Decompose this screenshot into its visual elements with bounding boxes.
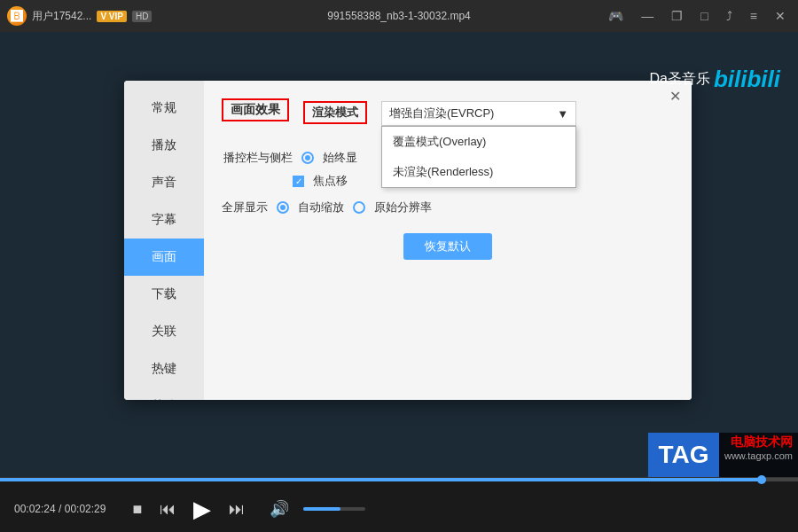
dropdown-selected-text: 增强自渲染(EVRCP) <box>389 106 494 121</box>
sidebar-item-声音[interactable]: 声音 <box>124 164 204 201</box>
focus-move-checkbox[interactable]: ✓ <box>293 176 304 187</box>
progress-bar[interactable] <box>0 478 798 481</box>
always-show-label: 始终显 <box>323 150 357 166</box>
restore-window-btn[interactable]: ❐ <box>666 7 688 25</box>
current-time: 00:02:24 <box>14 503 56 515</box>
original-res-label: 原始分辨率 <box>374 200 432 215</box>
original-res-radio[interactable] <box>353 201 365 214</box>
render-dropdown[interactable]: 增强自渲染(EVRCP) ▼ <box>381 101 576 126</box>
maximize-btn[interactable]: □ <box>695 7 713 25</box>
share-btn[interactable]: ⤴ <box>721 7 738 25</box>
time-separator: / <box>59 503 65 515</box>
always-show-radio[interactable] <box>301 152 314 164</box>
sidebar-item-下载[interactable]: 下载 <box>124 276 204 313</box>
sidebar-item-关联[interactable]: 关联 <box>124 313 204 350</box>
vip-badge: V VIP <box>97 11 127 22</box>
game-icon[interactable]: 🎮 <box>603 7 629 25</box>
volume-icon[interactable]: 🔊 <box>261 499 298 519</box>
fullscreen-row: 全屏显示 自动缩放 原始分辨率 <box>222 200 674 215</box>
title-center: 991558388_nb3-1-30032.mp4 <box>327 10 470 22</box>
volume-slider[interactable] <box>303 507 365 511</box>
title-bar: 🅱 用户17542... V VIP HD 991558388_nb3-1-30… <box>0 0 798 32</box>
settings-layout: 常规 播放 声音 字幕 画面 下载 关联 热键 其他 ✕ 画面效果 渲染模式 <box>124 81 692 400</box>
control-bar: 00:02:24 / 00:02:29 ■ ⏮ ▶ ⏭ 🔊 <box>0 477 798 532</box>
user-name: 用户17542... <box>32 9 91 24</box>
auto-scale-radio[interactable] <box>277 201 289 214</box>
close-window-btn[interactable]: ✕ <box>770 7 791 25</box>
watermark-bilibili: bilibili <box>714 66 780 93</box>
render-mode-label: 渲染模式 <box>303 101 367 124</box>
video-area: Da圣音乐 bilibili 常规 播放 声音 字幕 画面 下载 关联 热键 其… <box>0 32 798 477</box>
section-title: 画面效果 <box>222 98 289 121</box>
dropdown-arrow: ▼ <box>557 107 568 121</box>
hd-badge: HD <box>132 11 152 22</box>
volume-fill <box>303 507 340 511</box>
stop-btn[interactable]: ■ <box>123 500 151 519</box>
tag-site-name: 电脑技术网 <box>724 434 793 450</box>
prev-btn[interactable]: ⏮ <box>151 500 184 519</box>
settings-dialog: 常规 播放 声音 字幕 画面 下载 关联 热键 其他 ✕ 画面效果 渲染模式 <box>124 81 692 400</box>
title-bar-left: 🅱 用户17542... V VIP HD <box>7 6 152 26</box>
progress-dot <box>757 475 766 484</box>
tag-site-url: www.tagxp.com <box>724 450 793 461</box>
total-time: 00:02:29 <box>65 503 106 515</box>
fullscreen-label: 全屏显示 <box>222 200 268 215</box>
app-icon: 🅱 <box>7 6 27 26</box>
sidebar-item-其他[interactable]: 其他 <box>124 387 204 400</box>
controls-sidebar-label: 播控栏与侧栏 <box>222 150 293 166</box>
dropdown-item-1[interactable]: 未渲染(Renderless) <box>382 157 575 187</box>
time-display: 00:02:24 / 00:02:29 <box>14 503 106 515</box>
render-mode-row: 渲染模式 增强自渲染(EVRCP) ▼ 覆盖模式(Overlay) 未渲染(Re… <box>303 101 576 126</box>
tag-site-info: 电脑技术网 www.tagxp.com <box>719 433 798 477</box>
playback-controls: 00:02:24 / 00:02:29 ■ ⏮ ▶ ⏭ 🔊 <box>0 486 798 532</box>
sidebar-item-画面[interactable]: 画面 <box>124 239 204 276</box>
settings-content: ✕ 画面效果 渲染模式 增强自渲染(EVRCP) ▼ <box>204 81 692 400</box>
dropdown-list: 覆盖模式(Overlay) 未渲染(Renderless) <box>381 126 576 188</box>
volume-section: 🔊 <box>261 499 365 519</box>
dropdown-item-0[interactable]: 覆盖模式(Overlay) <box>382 127 575 157</box>
title-bar-right: 🎮 — ❐ □ ⤴ ≡ ✕ <box>603 7 791 25</box>
sidebar-item-播放[interactable]: 播放 <box>124 127 204 164</box>
focus-move-label: 焦点移 <box>313 173 348 189</box>
next-btn[interactable]: ⏭ <box>220 500 254 519</box>
settings-sidebar: 常规 播放 声音 字幕 画面 下载 关联 热键 其他 <box>124 81 204 400</box>
sidebar-item-常规[interactable]: 常规 <box>124 90 204 127</box>
sidebar-item-字幕[interactable]: 字幕 <box>124 201 204 239</box>
menu-btn[interactable]: ≡ <box>745 7 763 25</box>
minimize-btn[interactable]: — <box>636 7 659 25</box>
watermark: Da圣音乐 bilibili <box>649 66 780 93</box>
progress-fill <box>0 478 758 481</box>
restore-default-btn[interactable]: 恢复默认 <box>403 233 492 260</box>
render-dropdown-container: 增强自渲染(EVRCP) ▼ 覆盖模式(Overlay) 未渲染(Renderl… <box>381 101 576 126</box>
sidebar-item-热键[interactable]: 热键 <box>124 350 204 387</box>
watermark-da: Da圣音乐 <box>649 70 709 89</box>
tag-box: TAG <box>648 433 719 477</box>
tag-watermark: TAG 电脑技术网 www.tagxp.com <box>648 433 798 477</box>
auto-scale-label: 自动缩放 <box>298 200 344 215</box>
play-btn[interactable]: ▶ <box>184 496 220 523</box>
